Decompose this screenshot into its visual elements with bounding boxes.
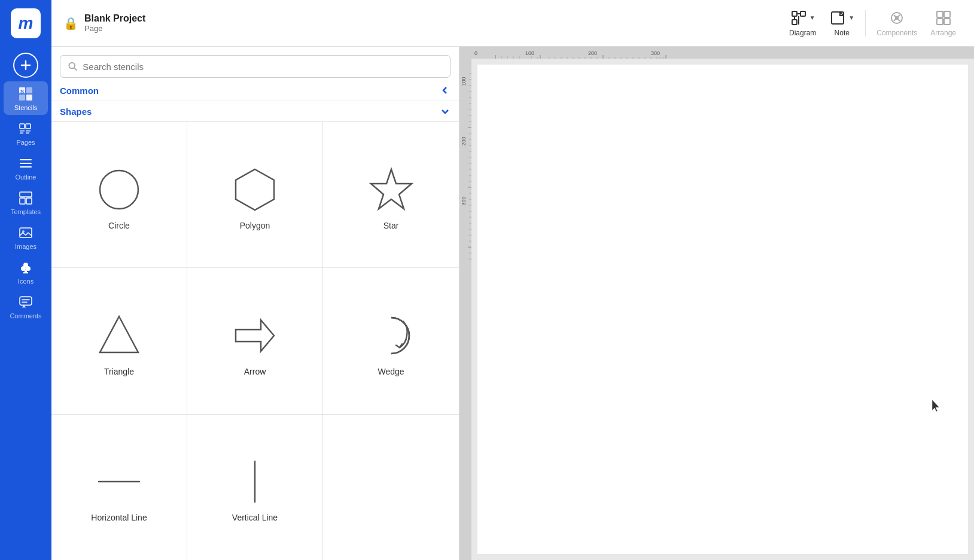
svg-point-44 [100,171,138,209]
diagram-dropdown[interactable]: ▼ [809,14,815,21]
svg-marker-48 [236,320,274,351]
components-tool[interactable]: Components [870,6,923,41]
outline-icon [18,156,34,171]
note-tool[interactable]: ▼ Note [823,6,860,41]
canvas-main[interactable] [471,59,974,560]
shape-vertical-line[interactable]: Vertical Line [187,415,323,560]
svg-rect-31 [26,198,32,204]
vertical-line-label: Vertical Line [232,513,278,522]
svg-rect-16 [26,87,32,93]
arrange-label: Arrange [930,29,956,37]
diagram-tool[interactable]: ▼ Diagram [783,6,822,41]
svg-rect-12 [944,19,950,25]
toolbar-tools: ▼ Diagram ▼ Note Component [783,6,962,41]
canvas-drawing-area[interactable] [477,65,968,554]
svg-text:300: 300 [461,196,467,205]
svg-text:300: 300 [651,50,660,56]
svg-point-42 [69,63,75,69]
sidebar-item-images[interactable]: Images [4,220,48,254]
sidebar-item-icons[interactable]: Icons [4,255,48,288]
sidebar-item-templates[interactable]: Templates [4,185,48,219]
note-dropdown[interactable]: ▼ [848,14,854,21]
images-icon [18,225,34,241]
svg-marker-47 [100,316,138,352]
svg-text:100: 100 [525,50,534,56]
svg-rect-10 [944,11,950,17]
plus-icon [20,59,32,71]
svg-rect-9 [937,11,943,17]
search-input[interactable] [83,62,443,72]
shape-polygon[interactable]: Polygon [187,122,323,268]
outline-label: Outline [16,174,36,181]
wedge-shape [366,311,416,361]
svg-text:100: 100 [461,77,467,86]
search-bar [51,47,459,78]
shape-arrow[interactable]: Arrow [187,268,323,414]
common-section-header[interactable]: Common [51,78,459,101]
triangle-label: Triangle [104,367,134,376]
svg-text:S: S [20,89,24,95]
circle-label: Circle [108,221,130,230]
pages-icon [18,121,34,136]
ruler-corner [459,47,471,59]
note-label: Note [835,29,850,37]
shape-star[interactable]: Star [323,122,459,268]
sidebar-item-outline[interactable]: Outline [4,151,48,184]
triangle-shape [94,311,144,361]
icons-label: Icons [18,278,34,285]
svg-rect-2 [792,20,797,25]
svg-rect-21 [26,124,31,129]
svg-rect-39 [20,297,32,305]
sidebar-item-stencils[interactable]: S Stencils [4,81,48,115]
shape-triangle[interactable]: Triangle [51,268,187,414]
svg-marker-45 [236,169,274,210]
images-label: Images [15,243,36,250]
comments-icon [18,294,34,310]
svg-rect-11 [937,19,943,25]
vertical-line-shape [230,456,280,507]
svg-rect-1 [800,11,805,16]
project-page: Page [84,24,145,33]
components-label: Components [876,29,917,37]
star-shape [366,165,416,215]
svg-text:0: 0 [474,50,477,56]
project-title: Blank Project [84,13,145,24]
svg-rect-22 [20,130,25,132]
svg-rect-24 [26,130,31,132]
lock-icon: 🔒 [63,16,78,31]
search-icon [68,61,78,72]
svg-text:200: 200 [461,136,467,145]
stencils-icon: S [18,86,34,102]
ruler-horizontal: 0 100 200 300 [471,47,974,59]
diagram-label: Diagram [789,29,816,37]
shape-circle[interactable]: Circle [51,122,187,268]
arrow-shape [230,311,280,361]
ruler-vertical: 100 200 300 [459,59,471,560]
svg-rect-25 [26,132,29,134]
svg-rect-18 [26,95,32,101]
shape-wedge[interactable]: Wedge [323,268,459,414]
common-label: Common [60,86,99,96]
horizontal-line-shape [94,456,144,507]
sidebar-item-comments[interactable]: Comments [4,290,48,323]
sidebar: m S Stencils [0,0,51,560]
arrange-tool[interactable]: Arrange [924,6,962,41]
star-label: Star [383,221,399,230]
shape-horizontal-line[interactable]: Horizontal Line [51,415,187,560]
shapes-section-header[interactable]: Shapes [51,101,459,121]
templates-icon [18,190,34,206]
svg-rect-0 [792,11,797,16]
wedge-label: Wedge [378,367,404,376]
arrow-label: Arrow [244,367,266,376]
add-button[interactable] [13,53,38,78]
svg-rect-38 [23,272,28,273]
note-icon [829,10,846,26]
svg-rect-17 [19,95,25,101]
polygon-label: Polygon [240,221,270,230]
circle-shape [94,165,144,215]
svg-line-43 [74,68,77,70]
components-icon [888,10,905,26]
sidebar-item-pages[interactable]: Pages [4,116,48,150]
top-toolbar: 🔒 Blank Project Page ▼ Diagram [51,0,974,47]
stencil-panel: Common Shapes Circle [51,47,459,560]
